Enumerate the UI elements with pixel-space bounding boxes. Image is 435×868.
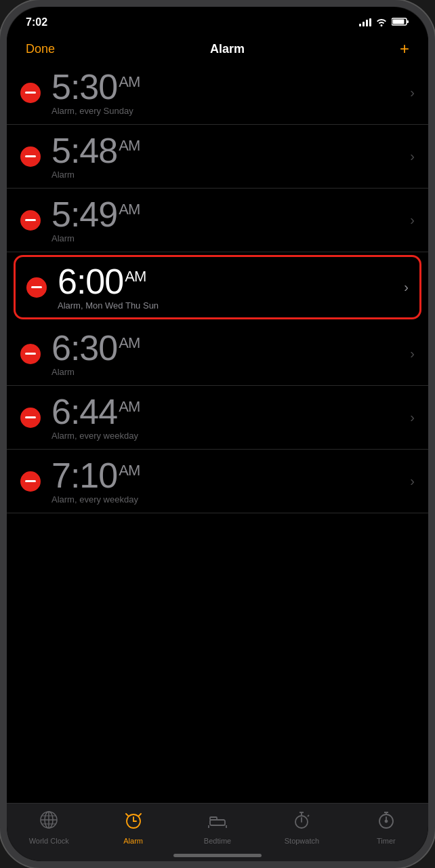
delete-button[interactable]: [26, 277, 47, 298]
chevron-right-icon: ›: [410, 410, 415, 425]
signal-bar-3: [366, 20, 368, 26]
minus-icon: [25, 155, 36, 157]
svg-line-18: [308, 815, 309, 816]
alarm-time: 5:49AM: [51, 197, 405, 232]
alarm-time: 5:30AM: [51, 69, 405, 104]
wifi-icon: [375, 17, 388, 28]
alarm-time: 6:44AM: [51, 394, 405, 429]
chevron-right-icon: ›: [404, 279, 409, 295]
chevron-right-icon: ›: [410, 149, 415, 164]
add-alarm-button[interactable]: +: [400, 39, 409, 58]
tab-alarm[interactable]: Alarm: [91, 810, 175, 845]
home-indicator: [173, 854, 262, 857]
alarm-info: 6:30AM Alarm: [51, 330, 405, 377]
nav-bar: Done Alarm +: [7, 34, 428, 61]
chevron-right-icon: ›: [410, 346, 415, 361]
chevron-right-icon: ›: [410, 212, 415, 228]
minus-icon: [25, 480, 36, 482]
tab-timer[interactable]: Timer: [344, 810, 428, 845]
world-clock-icon: [39, 810, 58, 834]
phone-screen: 7:02: [7, 7, 428, 861]
done-button[interactable]: Done: [26, 42, 55, 56]
alarm-info: 5:49AM Alarm: [51, 197, 405, 243]
alarm-item[interactable]: 5:30AM Alarm, every Sunday ›: [7, 61, 428, 125]
battery-icon: [392, 17, 409, 28]
alarm-period: AM: [119, 137, 140, 154]
chevron-right-icon: ›: [410, 473, 415, 489]
alarm-time: 7:10AM: [51, 458, 405, 493]
alarm-item[interactable]: 5:48AM Alarm ›: [7, 125, 428, 189]
tab-stopwatch[interactable]: Stopwatch: [260, 810, 344, 845]
minus-icon: [31, 286, 42, 288]
tab-bedtime-label: Bedtime: [204, 837, 231, 845]
alarm-period: AM: [119, 201, 140, 218]
tab-bar: World Clock Alarm: [7, 803, 428, 861]
tab-world-clock[interactable]: World Clock: [7, 810, 91, 845]
svg-point-23: [385, 821, 387, 823]
tab-timer-label: Timer: [377, 837, 396, 845]
delete-button[interactable]: [20, 408, 41, 428]
alarm-info: 5:30AM Alarm, every Sunday: [51, 69, 405, 116]
delete-button[interactable]: [20, 210, 41, 231]
alarm-time: 6:00AM: [58, 264, 398, 299]
signal-bars-icon: [359, 18, 371, 26]
alarm-label: Alarm, every Sunday: [51, 106, 405, 116]
timer-icon: [377, 810, 396, 834]
alarm-info: 5:48AM Alarm: [51, 133, 405, 180]
minus-icon: [25, 416, 36, 418]
alarm-info: 7:10AM Alarm, every weekday: [51, 458, 405, 505]
alarm-item-highlighted[interactable]: 6:00AM Alarm, Mon Wed Thu Sun ›: [14, 255, 421, 319]
signal-bar-4: [369, 18, 371, 26]
alarm-item[interactable]: 6:30AM Alarm ›: [7, 322, 428, 386]
alarm-label: Alarm, every weekday: [51, 431, 405, 441]
alarm-list: 5:30AM Alarm, every Sunday › 5:48AM Alar…: [7, 61, 428, 861]
content-area: 7:02: [7, 7, 428, 861]
stopwatch-icon: [292, 810, 311, 834]
alarm-period: AM: [119, 462, 140, 479]
status-time: 7:02: [26, 16, 47, 28]
chevron-right-icon: ›: [410, 85, 415, 100]
notch: [150, 7, 285, 27]
alarm-period: AM: [119, 73, 140, 90]
minus-icon: [25, 353, 36, 355]
alarm-label: Alarm: [51, 170, 405, 180]
alarm-item[interactable]: 7:10AM Alarm, every weekday ›: [7, 450, 428, 513]
alarm-icon: [124, 810, 143, 834]
page-title: Alarm: [210, 42, 245, 56]
minus-icon: [25, 219, 36, 221]
alarm-period: AM: [125, 268, 146, 285]
minus-icon: [25, 92, 36, 94]
tab-stopwatch-label: Stopwatch: [285, 837, 319, 845]
alarm-info: 6:44AM Alarm, every weekday: [51, 394, 405, 441]
delete-button[interactable]: [20, 471, 41, 492]
alarm-time: 6:30AM: [51, 330, 405, 366]
delete-button[interactable]: [20, 83, 41, 103]
tab-world-clock-label: World Clock: [29, 837, 69, 845]
signal-bar-1: [359, 24, 361, 26]
svg-rect-1: [407, 20, 409, 23]
svg-rect-10: [210, 820, 225, 825]
svg-rect-11: [210, 817, 217, 820]
status-icons: [359, 17, 409, 28]
alarm-label: Alarm: [51, 233, 405, 243]
svg-rect-2: [393, 19, 405, 24]
delete-button[interactable]: [20, 344, 41, 364]
alarm-time: 5:48AM: [51, 133, 405, 168]
alarm-label: Alarm: [51, 367, 405, 377]
alarm-item[interactable]: 6:44AM Alarm, every weekday ›: [7, 386, 428, 450]
signal-bar-2: [362, 22, 365, 26]
alarm-label: Alarm, Mon Wed Thu Sun: [58, 300, 398, 311]
alarm-info: 6:00AM Alarm, Mon Wed Thu Sun: [58, 264, 398, 311]
phone-frame: 7:02: [0, 0, 435, 868]
alarm-period: AM: [119, 334, 140, 351]
alarm-period: AM: [119, 398, 140, 415]
tab-bedtime[interactable]: Bedtime: [175, 810, 260, 845]
alarm-label: Alarm, every weekday: [51, 494, 405, 505]
delete-button[interactable]: [20, 146, 41, 167]
bedtime-icon: [208, 810, 227, 834]
tab-alarm-label: Alarm: [123, 837, 143, 845]
alarm-item[interactable]: 5:49AM Alarm ›: [7, 189, 428, 252]
